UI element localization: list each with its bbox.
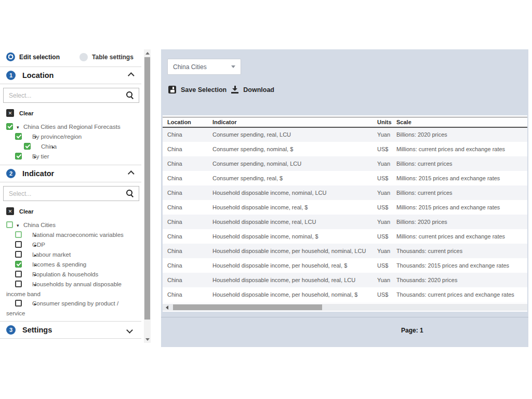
location-search-input[interactable] <box>3 88 139 103</box>
download-button[interactable]: Download <box>231 86 274 94</box>
scrollbar-thumb[interactable] <box>173 304 322 310</box>
expand-arrow-right-icon[interactable]: ▸ <box>25 280 32 289</box>
table-cell: Millions: current prices and exchange ra… <box>396 229 527 244</box>
tree-item[interactable]: ▸Labour market <box>6 250 136 260</box>
table-horizontal-scrollbar[interactable] <box>163 304 527 311</box>
table-cell: Yuan <box>377 185 396 200</box>
table-row[interactable]: ChinaHousehold disposable income, per ho… <box>163 273 527 287</box>
checkbox-checked-icon[interactable] <box>6 123 13 130</box>
chevron-down-icon <box>231 65 235 68</box>
tab-edit-selection-label: Edit selection <box>19 54 60 61</box>
table-cell: China <box>163 127 212 142</box>
expand-arrow-down-icon[interactable]: ▾ <box>17 123 23 132</box>
table-row[interactable]: ChinaConsumer spending, nominal, $US$Mil… <box>163 142 527 156</box>
tree-item[interactable]: ▸Households by annual disposable income … <box>6 280 136 299</box>
tree-item[interactable]: ▸Incomes & spending <box>6 260 136 270</box>
scroll-up-arrow[interactable] <box>144 49 151 57</box>
table-row[interactable]: ChinaHousehold disposable income, nomina… <box>163 185 527 200</box>
expand-arrow-right-icon[interactable]: ▸ <box>25 299 32 309</box>
radio-unselected-icon <box>79 53 88 61</box>
tree-item[interactable]: ▸By tier <box>6 152 136 162</box>
checkbox-unchecked-icon[interactable] <box>15 251 22 258</box>
save-selection-button[interactable]: Save Selection <box>168 86 227 94</box>
tree-item[interactable]: ▾China Cities and Regional Forecasts <box>6 122 136 132</box>
table-cell: Thousands: current prices and exchange r… <box>396 287 527 302</box>
table-cell: US$ <box>377 287 396 302</box>
save-selection-label: Save Selection <box>181 86 227 94</box>
checkbox-checked-icon[interactable] <box>24 143 31 150</box>
chevron-up-icon[interactable] <box>128 72 135 79</box>
scroll-down-arrow[interactable] <box>144 336 151 343</box>
table-row[interactable]: ChinaHousehold disposable income, nomina… <box>163 229 527 244</box>
tree-item[interactable]: ▸National macroeconomic variables <box>6 230 136 240</box>
expand-arrow-right-icon[interactable]: ▸ <box>25 231 32 240</box>
expand-arrow-right-icon[interactable]: ▸ <box>25 260 32 270</box>
checkbox-unchecked-icon[interactable] <box>15 271 22 277</box>
column-header: Units <box>377 117 396 127</box>
tree-item-label: Incomes & spending <box>32 261 86 268</box>
tab-table-settings[interactable]: Table settings <box>79 53 134 61</box>
table-cell: Household disposable income, per househo… <box>212 287 377 302</box>
table-row[interactable]: ChinaConsumer spending, real, LCUYuanBil… <box>163 127 527 142</box>
checkbox-checked-icon[interactable] <box>15 133 22 140</box>
arrow-up-icon <box>145 52 150 55</box>
table-cell: Thousands: 2020 prices <box>396 273 527 287</box>
expand-arrow-right-icon[interactable]: ▸ <box>25 250 32 260</box>
table-cell: Billions: current prices <box>396 185 527 200</box>
checkbox-outline-green-icon[interactable] <box>15 231 22 238</box>
location-clear-button[interactable]: Clear <box>6 109 141 117</box>
table-row[interactable]: ChinaHousehold disposable income, per ho… <box>163 258 527 273</box>
table-row[interactable]: ChinaHousehold disposable income, real, … <box>163 200 527 215</box>
table-cell: Yuan <box>377 156 396 171</box>
expand-arrow-right-icon[interactable]: ▸ <box>25 241 32 250</box>
expand-arrow-down-icon[interactable]: ▾ <box>25 132 32 142</box>
table-cell: US$ <box>377 229 396 244</box>
chevron-down-icon[interactable] <box>126 327 133 334</box>
checkbox-outline-green-icon[interactable] <box>6 221 13 228</box>
tree-item-label: China Cities and Regional Forecasts <box>23 124 121 130</box>
checkbox-checked-icon[interactable] <box>15 153 22 159</box>
table-cell: China <box>163 171 212 185</box>
section-header-location[interactable]: 1 Location <box>0 67 141 84</box>
tree-item[interactable]: ▸Population & households <box>6 270 136 280</box>
table-cell: Yuan <box>377 273 396 287</box>
table-cell: Consumer spending, real, LCU <box>212 127 377 142</box>
download-icon <box>231 86 238 94</box>
checkbox-unchecked-icon[interactable] <box>15 281 22 287</box>
checkbox-unchecked-icon[interactable] <box>15 300 22 307</box>
expand-arrow-right-icon[interactable]: ▸ <box>25 152 32 162</box>
table-row[interactable]: ChinaConsumer spending, real, $US$Millio… <box>163 171 527 185</box>
tree-item[interactable]: ▸GDP <box>6 240 136 250</box>
scroll-left-arrow[interactable] <box>164 304 170 311</box>
table-cell: China <box>163 244 212 258</box>
table-row[interactable]: ChinaConsumer spending, nominal, LCUYuan… <box>163 156 527 171</box>
chevron-up-icon[interactable] <box>128 170 135 177</box>
dataset-dropdown[interactable]: China Cities <box>167 59 241 75</box>
table-row[interactable]: ChinaHousehold disposable income, real, … <box>163 215 527 229</box>
table-cell: China <box>163 142 212 156</box>
page: Edit selection Table settings 1 Location… <box>0 0 532 399</box>
table-row[interactable]: ChinaHousehold disposable income, per ho… <box>163 287 527 302</box>
expand-arrow-down-icon[interactable]: ▾ <box>17 221 23 230</box>
divider <box>0 84 141 84</box>
scrollbar-thumb[interactable] <box>144 57 150 320</box>
expand-arrow-right-icon[interactable]: ▸ <box>34 142 41 152</box>
tree-item[interactable]: ▾By province/region <box>6 132 136 142</box>
table-cell: Consumer spending, real, $ <box>212 171 377 185</box>
tab-edit-selection[interactable]: Edit selection <box>6 52 60 61</box>
section-header-settings[interactable]: 3 Settings <box>0 322 141 338</box>
indicator-clear-button[interactable]: Clear <box>6 207 141 215</box>
table-cell: US$ <box>377 142 396 156</box>
expand-arrow-right-icon[interactable]: ▸ <box>25 270 32 280</box>
checkbox-unchecked-icon[interactable] <box>15 241 22 248</box>
tree-item[interactable]: ▸China <box>6 142 136 152</box>
checkbox-checked-icon[interactable] <box>15 261 22 268</box>
table-row[interactable]: ChinaHousehold disposable income, per ho… <box>163 244 527 258</box>
sidebar-scrollbar[interactable] <box>144 49 151 343</box>
tree-item[interactable]: ▸Consumer spending by product / service <box>6 299 136 318</box>
section-header-indicator[interactable]: 2 Indicator <box>0 165 141 182</box>
tree-item[interactable]: ▾China Cities <box>6 220 136 230</box>
indicator-search-input[interactable] <box>3 186 139 201</box>
table-cell: US$ <box>377 171 396 185</box>
dataset-dropdown-value: China Cities <box>173 63 231 71</box>
